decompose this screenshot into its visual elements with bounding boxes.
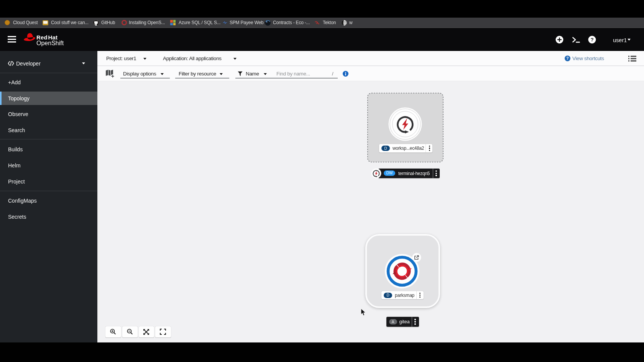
svg-text:?: ?: [566, 56, 568, 61]
svg-text:?: ?: [590, 37, 593, 43]
